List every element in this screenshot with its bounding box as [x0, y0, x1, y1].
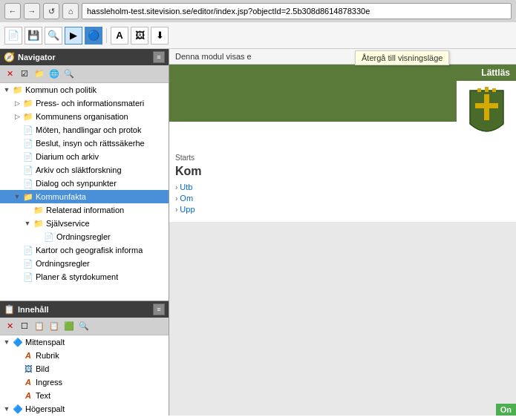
item-label: Beslut, insyn och rättssäkerhe — [36, 139, 145, 148]
preview-header-bar: Lättläs — [169, 65, 516, 81]
coat-of-arms-svg — [466, 87, 507, 142]
content-section: 📋 Innehåll ≡ ✕ ☐ 📋 📋 🟩 🔍 ▼ 🔷 Mit — [0, 301, 169, 416]
item-label: Relaterad information — [46, 206, 124, 214]
address-bar[interactable] — [82, 3, 512, 19]
item-label: Ordningsregler — [56, 232, 111, 241]
item-label: Högerspalt — [25, 404, 65, 413]
toggle-icon: ▼ — [1, 85, 12, 95]
tree-item-kommun[interactable]: ▼ 📁 Kommun och politik — [0, 83, 169, 96]
header-text: Lättläs — [481, 68, 510, 78]
new-button[interactable]: 📄 — [4, 27, 22, 45]
item-label: Text — [36, 391, 50, 400]
content-green-btn[interactable]: 🟩 — [62, 320, 76, 333]
insert-button[interactable]: ⬇ — [151, 27, 169, 45]
tree-item-kartor[interactable]: 📄 Kartor och geografisk informa — [0, 243, 169, 257]
tree-item-planer[interactable]: 📄 Planer & styrdokument — [0, 270, 169, 283]
tree-item-ingress[interactable]: A Ingress — [0, 375, 169, 389]
content-copy-btn[interactable]: 📋 — [33, 320, 46, 333]
editor-toolbar: 📄 💾 🔍 ▶ 🔵 A 🖼 ⬇ — [0, 22, 516, 49]
text-button[interactable]: A — [111, 27, 128, 45]
dot-button[interactable]: 🔵 — [85, 27, 102, 45]
content-title: Innehåll — [18, 305, 49, 314]
preview-link-om[interactable]: › Om — [175, 194, 510, 203]
preview-panel: Denna modul visas e Återgå till visnings… — [169, 49, 516, 416]
link-text: Om — [180, 194, 193, 203]
svg-rect-1 — [485, 87, 489, 92]
tree-item-ordningsregler2[interactable]: 📄 Ordningsregler — [0, 257, 169, 270]
navigator-tools: ≡ — [153, 51, 165, 63]
content-search-btn[interactable]: 🔍 — [77, 320, 91, 333]
tree-item-arkiv[interactable]: 📄 Arkiv och släktforskning — [0, 163, 169, 177]
svg-rect-0 — [477, 88, 481, 92]
back-button[interactable]: ← — [4, 3, 21, 19]
item-label: Kommunens organisation — [36, 112, 128, 121]
a-icon: A — [22, 376, 34, 388]
tree-item-beslut[interactable]: 📄 Beslut, insyn och rättssäkerhe — [0, 137, 169, 150]
navigator-tool-btn[interactable]: ≡ — [153, 51, 165, 63]
chevron-icon: › — [175, 206, 177, 214]
save-button[interactable]: 💾 — [25, 27, 42, 45]
item-label: Press- och informationsmateri — [36, 99, 144, 108]
preview-link-utb[interactable]: › Utb — [175, 183, 510, 191]
on-badge: On — [496, 404, 516, 416]
content-delete-btn[interactable]: ✕ — [3, 320, 16, 333]
toggle-icon: ▼ — [1, 404, 12, 414]
home-button[interactable]: ⌂ — [62, 3, 79, 19]
tree-item-ordningsregler1[interactable]: 📄 Ordningsregler — [0, 230, 169, 243]
tree-item-sjalvservice[interactable]: ▼ 📁 Självservice — [0, 217, 169, 230]
page-icon: 📄 — [22, 244, 34, 256]
tree-item-hogerspalt[interactable]: ▼ 🔷 Högerspalt — [0, 402, 169, 416]
tree-item-rubrik[interactable]: A Rubrik — [0, 349, 169, 362]
toggle-icon — [12, 165, 22, 175]
tree-item-org[interactable]: ▷ 📁 Kommunens organisation — [0, 110, 169, 123]
image-button[interactable]: 🖼 — [131, 27, 148, 45]
tree-item-moten[interactable]: 📄 Möten, handlingar och protok — [0, 123, 169, 137]
content-tool-btn[interactable]: ≡ — [153, 303, 165, 315]
toggle-icon — [22, 205, 33, 215]
item-label: Ingress — [36, 378, 62, 387]
tree-item-kommunfakta[interactable]: ▼ 📁 Kommunfakta — [0, 190, 169, 203]
toggle-icon — [12, 272, 22, 282]
nav-globe-btn[interactable]: 🌐 — [48, 68, 61, 81]
page-icon: 📄 — [22, 124, 34, 136]
toggle-icon — [12, 138, 22, 148]
play-button[interactable]: ▶ — [65, 27, 82, 45]
preview-link-upp[interactable]: › Upp — [175, 205, 510, 214]
folder-icon: 📁 — [12, 84, 24, 96]
preview-bar: Denna modul visas e Återgå till visnings… — [169, 49, 516, 65]
nav-search-btn[interactable]: 🔍 — [62, 68, 76, 81]
page-icon: 📄 — [22, 177, 34, 189]
link-text: Utb — [180, 183, 192, 191]
nav-delete-btn[interactable]: ✕ — [3, 68, 16, 81]
forward-button[interactable]: → — [24, 3, 40, 19]
item-label: Bild — [36, 364, 49, 373]
toggle-icon: ▼ — [1, 337, 12, 347]
link-text: Upp — [180, 205, 195, 214]
item-label: Mittenspalt — [25, 338, 65, 347]
reload-button[interactable]: ↺ — [43, 3, 59, 19]
tree-item-press[interactable]: ▷ 📁 Press- och informationsmateri — [0, 96, 169, 110]
content-paste-btn[interactable]: 📋 — [48, 320, 61, 333]
separator-1 — [106, 28, 107, 43]
tree-item-mittenspalt[interactable]: ▼ 🔷 Mittenspalt — [0, 335, 169, 349]
toggle-icon: ▼ — [22, 218, 33, 229]
content-check-btn[interactable]: ☐ — [18, 320, 31, 333]
page-icon: 📄 — [22, 137, 34, 149]
nav-folder-btn[interactable]: 📁 — [33, 68, 46, 81]
preview-breadcrumb: Starts — [175, 154, 510, 162]
preview-tooltip[interactable]: Återgå till visningsläge — [355, 50, 449, 65]
a-icon: A — [22, 390, 34, 401]
item-label: Kartor och geografisk informa — [36, 246, 143, 255]
zoom-button[interactable]: 🔍 — [45, 27, 62, 45]
item-label: Dialog och synpunkter — [36, 179, 117, 188]
tree-item-relaterad[interactable]: 📁 Relaterad information — [0, 203, 169, 217]
tree-item-text[interactable]: A Text — [0, 389, 169, 402]
navigator-icon: 🧭 — [4, 52, 15, 62]
nav-check-btn[interactable]: ☑ — [18, 68, 31, 81]
content-toolbar: ✕ ☐ 📋 📋 🟩 🔍 — [0, 318, 169, 335]
tree-item-bild[interactable]: 🖼 Bild — [0, 362, 169, 375]
preview-body: Starts Kom › Utb › Om › Upp — [169, 148, 516, 222]
tree-item-diarium[interactable]: 📄 Diarium och arkiv — [0, 150, 169, 163]
toggle-icon: ▼ — [12, 191, 22, 202]
tree-item-dialog[interactable]: 📄 Dialog och synpunkter — [0, 177, 169, 190]
